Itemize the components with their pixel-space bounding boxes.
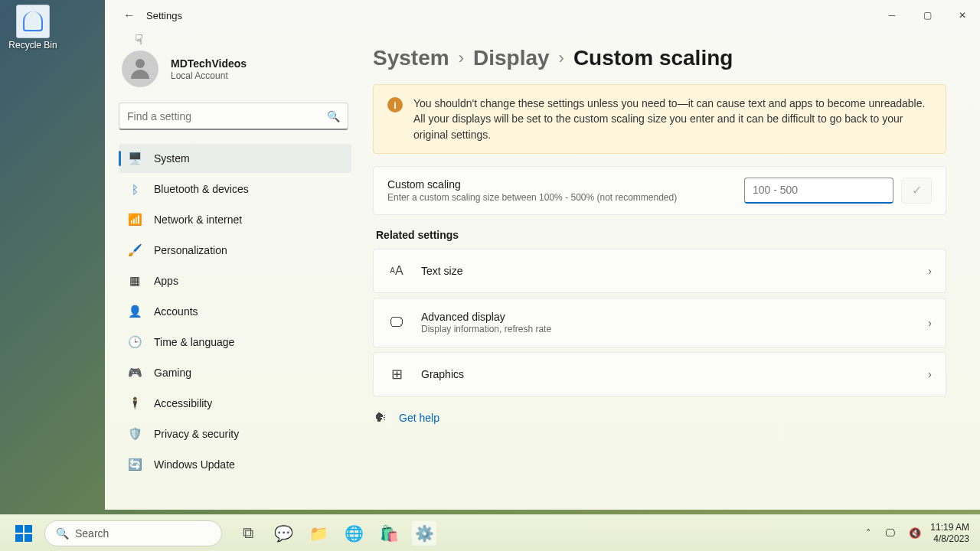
- task-view-button[interactable]: ⧉: [236, 521, 260, 546]
- warning-icon: i: [387, 97, 403, 112]
- sidebar-item-network[interactable]: 📶 Network & internet: [119, 205, 351, 234]
- sidebar-item-gaming[interactable]: 🎮 Gaming: [119, 358, 351, 387]
- user-type: Local Account: [171, 70, 247, 81]
- sidebar-item-label: Gaming: [154, 367, 191, 379]
- text-size-icon: AA: [387, 262, 406, 280]
- chevron-right-icon: ›: [928, 316, 932, 329]
- settings-search-input[interactable]: [127, 110, 327, 122]
- update-icon: 🔄: [128, 458, 142, 471]
- window-controls: ─ ▢ ✕: [874, 3, 980, 28]
- help-row: 🗣 Get help: [373, 410, 946, 425]
- accessibility-icon: 🕴️: [128, 396, 142, 410]
- chat-button[interactable]: 💬: [271, 521, 296, 546]
- sidebar-item-label: Accessibility: [154, 397, 212, 409]
- recycle-bin-icon: [16, 5, 50, 38]
- sidebar-item-apps[interactable]: ▦ Apps: [119, 266, 351, 295]
- sidebar-item-label: Privacy & security: [154, 428, 239, 440]
- chevron-right-icon: ›: [928, 264, 932, 277]
- warning-card: i You shouldn't change these settings un…: [373, 84, 946, 154]
- brush-icon: 🖌️: [128, 243, 142, 257]
- scaling-sub: Enter a custom scaling size between 100%…: [387, 192, 744, 203]
- search-icon: 🔍: [327, 110, 340, 122]
- sidebar-item-personalization[interactable]: 🖌️ Personalization: [119, 236, 351, 265]
- link-title: Text size: [421, 265, 928, 277]
- clock-icon: 🕒: [128, 335, 142, 349]
- chevron-up-icon[interactable]: ˄: [861, 524, 876, 542]
- windows-logo-icon: [15, 525, 32, 542]
- wifi-icon: 📶: [128, 213, 142, 227]
- maximize-button[interactable]: ▢: [910, 3, 945, 28]
- sidebar-item-system[interactable]: 🖥️ System: [119, 144, 351, 173]
- settings-search[interactable]: 🔍: [119, 103, 348, 130]
- get-help-link[interactable]: Get help: [399, 412, 439, 424]
- user-block[interactable]: MDTechVideos Local Account: [122, 51, 351, 87]
- link-title: Advanced display: [421, 311, 928, 323]
- link-title: Graphics: [421, 368, 928, 380]
- sidebar-item-label: Time & language: [154, 336, 234, 348]
- search-icon: 🔍: [56, 527, 69, 540]
- sidebar-item-privacy[interactable]: 🛡️ Privacy & security: [119, 419, 351, 448]
- system-icon: 🖥️: [128, 152, 142, 165]
- recycle-bin-label: Recycle Bin: [6, 40, 60, 51]
- shield-icon: 🛡️: [128, 427, 142, 441]
- scaling-title: Custom scaling: [387, 178, 744, 191]
- display-tray-icon[interactable]: 🖵: [880, 524, 900, 542]
- help-icon: 🗣: [373, 410, 388, 425]
- sidebar-item-accessibility[interactable]: 🕴️ Accessibility: [119, 389, 351, 418]
- scaling-input[interactable]: [744, 178, 893, 204]
- monitor-icon: 🖵: [387, 313, 406, 331]
- text-size-card[interactable]: AA Text size ›: [373, 249, 946, 293]
- taskbar: 🔍 Search ⧉ 💬 📁 🌐 🛍️ ⚙️ ˄ 🖵 🔇 11:19 AM 4/…: [0, 514, 980, 551]
- recycle-bin[interactable]: Recycle Bin: [6, 5, 60, 51]
- warning-text: You shouldn't change these settings unle…: [413, 96, 932, 142]
- date: 4/8/2023: [930, 533, 969, 544]
- settings-window: ← Settings ─ ▢ ✕ MDTechVideos Local Acco…: [105, 0, 980, 510]
- related-heading: Related settings: [376, 229, 946, 241]
- breadcrumb-system[interactable]: System: [373, 46, 449, 70]
- close-button[interactable]: ✕: [945, 3, 980, 28]
- clock[interactable]: 11:19 AM 4/8/2023: [930, 522, 972, 544]
- breadcrumb: System › Display › Custom scaling: [373, 46, 946, 70]
- apply-scaling-button[interactable]: ✓: [901, 178, 932, 204]
- sidebar-item-time[interactable]: 🕒 Time & language: [119, 328, 351, 357]
- chevron-right-icon: ›: [459, 48, 464, 68]
- graphics-card[interactable]: ⊞ Graphics ›: [373, 352, 946, 396]
- custom-scaling-card: Custom scaling Enter a custom scaling si…: [373, 166, 946, 215]
- sidebar-item-label: Bluetooth & devices: [154, 183, 249, 195]
- sidebar-item-label: Personalization: [154, 244, 227, 256]
- minimize-button[interactable]: ─: [874, 3, 910, 28]
- main-content: System › Display › Custom scaling i You …: [358, 31, 980, 510]
- sidebar-item-update[interactable]: 🔄 Windows Update: [119, 450, 351, 479]
- volume-muted-icon[interactable]: 🔇: [904, 524, 926, 542]
- avatar-icon: [122, 51, 158, 87]
- accounts-icon: 👤: [128, 305, 142, 318]
- time: 11:19 AM: [930, 522, 969, 533]
- sidebar-item-label: Network & internet: [154, 214, 242, 226]
- window-title: Settings: [146, 10, 182, 21]
- graphics-icon: ⊞: [387, 365, 406, 383]
- gamepad-icon: 🎮: [128, 366, 142, 380]
- chevron-right-icon: ›: [559, 48, 564, 68]
- bluetooth-icon: ᛒ: [128, 182, 142, 196]
- breadcrumb-current: Custom scaling: [573, 46, 733, 70]
- settings-button[interactable]: ⚙️: [412, 521, 436, 546]
- sidebar-item-label: System: [154, 152, 190, 165]
- advanced-display-card[interactable]: 🖵 Advanced display Display information, …: [373, 298, 946, 347]
- file-explorer-button[interactable]: 📁: [306, 521, 331, 546]
- link-sub: Display information, refresh rate: [421, 324, 928, 334]
- titlebar: ← Settings ─ ▢ ✕: [105, 0, 980, 31]
- start-button[interactable]: [8, 518, 40, 549]
- taskbar-search-placeholder: Search: [75, 527, 109, 540]
- taskbar-search[interactable]: 🔍 Search: [44, 520, 222, 546]
- chevron-right-icon: ›: [928, 367, 932, 380]
- breadcrumb-display[interactable]: Display: [473, 46, 550, 70]
- back-button[interactable]: ←: [119, 5, 140, 26]
- sidebar-item-label: Apps: [154, 275, 178, 287]
- store-button[interactable]: 🛍️: [377, 521, 401, 546]
- edge-button[interactable]: 🌐: [341, 521, 366, 546]
- sidebar-item-label: Accounts: [154, 305, 198, 318]
- sidebar-item-accounts[interactable]: 👤 Accounts: [119, 297, 351, 326]
- sidebar-item-bluetooth[interactable]: ᛒ Bluetooth & devices: [119, 174, 351, 204]
- apps-icon: ▦: [128, 274, 142, 288]
- user-name: MDTechVideos: [171, 57, 247, 70]
